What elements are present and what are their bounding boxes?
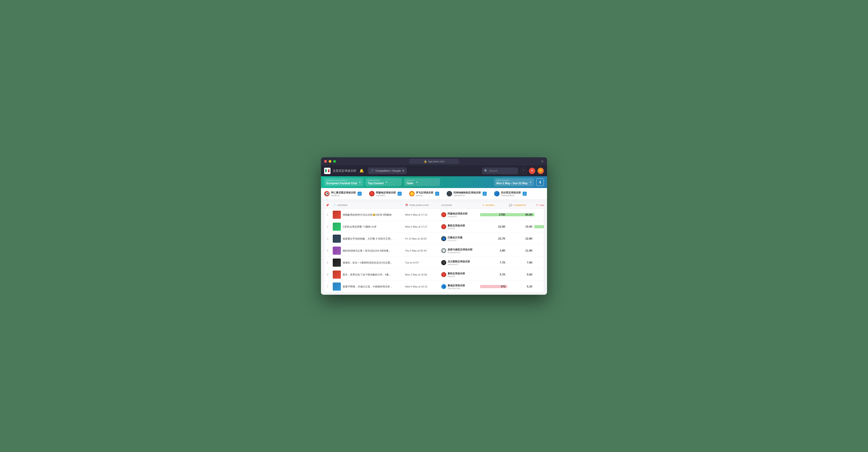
content-thumbnail: [333, 247, 341, 255]
avatar[interactable]: 😊: [537, 168, 544, 174]
comments-value: 12.9K: [507, 237, 534, 240]
comments-value: 11.0K: [507, 249, 534, 252]
club-item[interactable]: ⚫ 托特纳姆热刺足球俱乐部 1380462570 ✓: [447, 191, 487, 197]
club-checkbox[interactable]: ✓: [523, 192, 527, 196]
club-item[interactable]: 🔴 阿森纳足球俱乐部 ArsenalFC ✓: [369, 191, 402, 197]
club-item[interactable]: ⚽ 拜仁慕尼黑足球俱乐部 fcbofficial ✓: [324, 191, 362, 197]
search-bar[interactable]: 🔍 Search: [482, 167, 518, 174]
content-cell: 就是要出乎你的想象，大巴黎 X 华语天王周...: [331, 233, 403, 245]
th-date: 📅 PUBLISHED DATE: [403, 204, 439, 207]
table-row[interactable]: 5 谢谢你，队长！#基耶利尼告别尤文#尤文图... Tue at 14:57 ⚫…: [324, 257, 544, 269]
platform-label: Competitors / Douyin: [375, 169, 401, 172]
platform-chevron-icon: ▼: [402, 169, 404, 172]
th-comments: 💬 COMMENTS: [507, 204, 534, 207]
layout-label: LAYOUT: [406, 180, 414, 182]
account-cell: ⚫ 尤文图斯足球俱乐部 JuventusFC: [439, 260, 480, 265]
club-divider: [443, 190, 443, 197]
row-rank: 1: [324, 213, 331, 216]
shares-value: 23.7K: [480, 237, 507, 240]
table-row[interactable]: 4 疯狂的伯纳乌之夜！皇马总比分6-5逆转曼... Thu 5 May at 0…: [324, 245, 544, 257]
account-logo: 🔴: [441, 272, 446, 277]
table-body: 1 很抱歉用这样的方式认识你😅#足球 #阿森纳 Wed 4 May at 17:…: [324, 209, 544, 292]
add-button[interactable]: +: [529, 168, 535, 174]
account-logo: ⚫: [441, 260, 446, 265]
content-text: 疯狂的伯纳乌之夜！皇马总比分6-5逆转曼...: [343, 249, 391, 252]
club-info: 切尔西足球俱乐部 Chelseaofficial: [501, 191, 521, 197]
club-item[interactable]: 🟡 罗马足球俱乐部 asroma ✓: [409, 191, 439, 197]
app-header: 🇮🇹 圭里尼足球俱乐部 🔔 🎵 Competitors / Douyin ▼ 🔍…: [321, 165, 547, 176]
brand-name: 圭里尼足球俱乐部: [333, 169, 356, 173]
minimize-dot[interactable]: [329, 160, 331, 163]
competitor-group-selector[interactable]: COMPETITOR GROUP European Football Club …: [324, 178, 363, 186]
account-name: 曼城足球俱乐部: [447, 284, 465, 287]
table-row[interactable]: 1 很抱歉用这样的方式认识你😅#足球 #阿森纳 Wed 4 May at 17:…: [324, 209, 544, 221]
search-icon: 🔍: [484, 169, 488, 172]
competitor-group-info: COMPETITOR GROUP European Football Club: [327, 180, 357, 185]
maximize-dot[interactable]: [333, 160, 336, 163]
account-handle: RealMadridCF: [447, 251, 472, 254]
close-dot[interactable]: [324, 160, 327, 163]
date-range-selector[interactable]: DATE RANGE Mon 2 May - Sun 22 May ▼: [494, 178, 534, 186]
club-name: 阿森纳足球俱乐部: [376, 191, 396, 194]
table-row[interactable]: 6 那天，世界记住了这个阳光般的少年。#曼... Mon 2 May at 16…: [324, 269, 544, 281]
lock-icon: 🔒: [424, 160, 427, 163]
content-text: 很抱歉用这样的方式认识你😅#足球 #阿森纳: [343, 213, 392, 216]
download-button[interactable]: ⬇: [536, 178, 544, 186]
club-info: 拜仁慕尼黑足球俱乐部 fcbofficial: [331, 191, 356, 197]
club-logo: ⚽: [324, 191, 330, 196]
club-checkbox[interactable]: ✓: [483, 192, 487, 196]
reload-button[interactable]: ↻: [541, 160, 544, 163]
layout-value: Table: [406, 182, 414, 185]
content-text: 那天，世界记住了这个阳光般的少年。#曼...: [343, 273, 391, 276]
account-info: 皇家马德里足球俱乐部 RealMadridCF: [447, 248, 472, 254]
displaying-label: DISPLAYING: [368, 180, 383, 182]
shares-value: 175K: [480, 213, 507, 216]
account-handle: ManUtd: [447, 227, 465, 230]
table-row[interactable]: 2 C罗的点球还用看？#曼联 #c罗 Wed 4 May at 17:27 🔴 …: [324, 221, 544, 233]
displaying-selector[interactable]: DISPLAYING Top Content ▼: [366, 178, 402, 186]
account-cell: ⚪ 皇家马德里足球俱乐部 RealMadridCF: [439, 248, 480, 254]
displaying-info: DISPLAYING Top Content: [368, 180, 383, 185]
displaying-value: Top Content: [368, 182, 383, 185]
platform-selector[interactable]: 🎵 Competitors / Douyin ▼: [368, 167, 407, 174]
published-date: Mon 2 May at 16:56: [403, 273, 439, 276]
published-date: Thu 5 May at 05:44: [403, 249, 439, 252]
likes-header-label: LIKES: [540, 204, 544, 206]
table-row[interactable]: 7 星垂平野阔，月涌大江流，今夜期待驾马奔... Wed 4 May at 16…: [324, 281, 544, 292]
help-button[interactable]: ?: [520, 168, 527, 174]
club-checkbox[interactable]: ✓: [358, 192, 362, 196]
club-checkbox[interactable]: ✓: [435, 192, 439, 196]
layout-selector[interactable]: LAYOUT Table ▼: [404, 178, 440, 186]
club-name: 切尔西足球俱乐部: [501, 191, 521, 194]
comments-value: 5.5K: [507, 273, 534, 276]
filter-bar: COMPETITOR GROUP European Football Club …: [321, 176, 547, 188]
club-name: 拜仁慕尼黑足球俱乐部: [331, 191, 356, 194]
content-text: C罗的点球还用看？#曼联 #c罗: [343, 225, 377, 228]
th-content: 📄 CONTENT: [331, 204, 403, 207]
club-checkbox[interactable]: ✓: [398, 192, 402, 196]
address-bar[interactable]: 🔒 app.kawo.com: [409, 159, 459, 164]
content-text: 就是要出乎你的想象，大巴黎 X 华语天王周...: [343, 237, 393, 240]
club-handle: 1380462570: [454, 194, 481, 197]
account-info: 曼联足球俱乐部 ManUtd: [447, 224, 465, 230]
account-info: 巴黎圣日耳曼 PSG1970: [447, 236, 463, 241]
content-thumbnail: [333, 234, 341, 243]
club-info: 罗马足球俱乐部 asroma: [416, 191, 433, 197]
date-range-info: DATE RANGE Mon 2 May - Sun 22 May: [496, 180, 528, 185]
content-cell: 疯狂的伯纳乌之夜！皇马总比分6-5逆转曼...: [331, 245, 403, 257]
likes-value: 128K: [534, 261, 544, 264]
likes-value: 268K: [534, 213, 544, 216]
th-account: ACCOUNT: [439, 204, 480, 207]
bell-icon[interactable]: 🔔: [360, 169, 364, 173]
shares-value: 3.9K: [480, 249, 507, 252]
likes-value: 603K: [534, 225, 544, 228]
content-text: 星垂平野阔，月涌大江流，今夜期待驾马奔...: [343, 285, 392, 288]
content-cell: C罗的点球还用看？#曼联 #c罗: [331, 221, 403, 232]
account-name: 曼联足球俱乐部: [447, 272, 465, 275]
account-name: 曼联足球俱乐部: [447, 224, 465, 227]
shares-value: 5.7K: [480, 273, 507, 276]
content-header-icon: 📄: [333, 204, 336, 207]
club-item[interactable]: 🔵 切尔西足球俱乐部 Chelseaofficial ✓: [494, 191, 527, 197]
table-row[interactable]: 3 就是要出乎你的想象，大巴黎 X 华语天王周... Fri 13 May at…: [324, 233, 544, 245]
content-thumbnail: [333, 270, 341, 279]
